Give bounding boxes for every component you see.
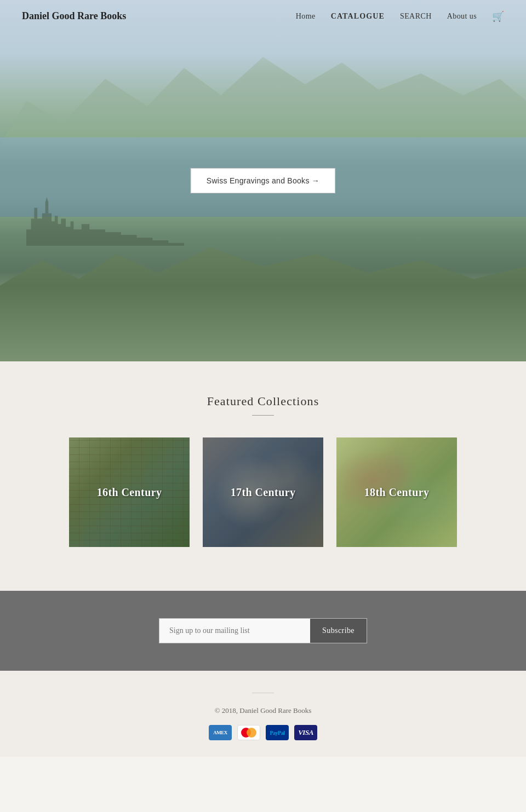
nav-catalogue[interactable]: CATALOGUE — [331, 12, 385, 21]
hero-cta-button[interactable]: Swiss Engravings and Books → — [191, 168, 335, 193]
collection-overlay-18th: 18th Century — [336, 437, 457, 547]
collection-label-16th: 16th Century — [97, 486, 162, 499]
collection-card-17th[interactable]: 17th Century — [203, 437, 323, 547]
mastercard-icon — [237, 725, 260, 740]
site-header: Daniel Good Rare Books Home CATALOGUE SE… — [0, 0, 526, 32]
featured-divider — [252, 415, 274, 416]
collection-overlay-17th: 17th Century — [203, 437, 323, 547]
amex-icon: AMEX — [209, 725, 232, 740]
mailing-form: Subscribe — [159, 618, 367, 643]
collections-grid: 16th Century 17th Century 18th Century — [22, 437, 504, 547]
subscribe-button[interactable]: Subscribe — [310, 619, 367, 643]
collection-overlay-16th: 16th Century — [69, 437, 190, 547]
copyright-text: © 2018, Daniel Good Rare Books — [22, 706, 504, 715]
nav-search[interactable]: SEARCH — [400, 12, 432, 21]
collection-label-18th: 18th Century — [364, 486, 430, 499]
hero-foreground — [0, 235, 526, 361]
hero-section: Swiss Engravings and Books → — [0, 0, 526, 361]
collection-card-18th[interactable]: 18th Century — [336, 437, 457, 547]
hero-cta: Swiss Engravings and Books → — [191, 168, 335, 193]
site-title[interactable]: Daniel Good Rare Books — [22, 10, 126, 22]
mailing-input[interactable] — [159, 619, 310, 643]
visa-icon: VISA — [294, 725, 317, 740]
nav-home[interactable]: Home — [296, 12, 316, 21]
paypal-icon: PayPal — [266, 725, 289, 740]
featured-title: Featured Collections — [22, 394, 504, 408]
featured-section: Featured Collections 16th Century 17th C… — [0, 361, 526, 591]
footer-divider — [252, 693, 274, 693]
nav-about[interactable]: About us — [447, 12, 477, 21]
payment-icons: AMEX PayPal VISA — [22, 725, 504, 740]
mailing-section: Subscribe — [0, 591, 526, 671]
site-footer: © 2018, Daniel Good Rare Books AMEX PayP… — [0, 671, 526, 757]
cart-icon[interactable]: 🛒 — [492, 10, 504, 22]
collection-card-16th[interactable]: 16th Century — [69, 437, 190, 547]
main-nav: Home CATALOGUE SEARCH About us 🛒 — [296, 10, 504, 22]
collection-label-17th: 17th Century — [231, 486, 296, 499]
